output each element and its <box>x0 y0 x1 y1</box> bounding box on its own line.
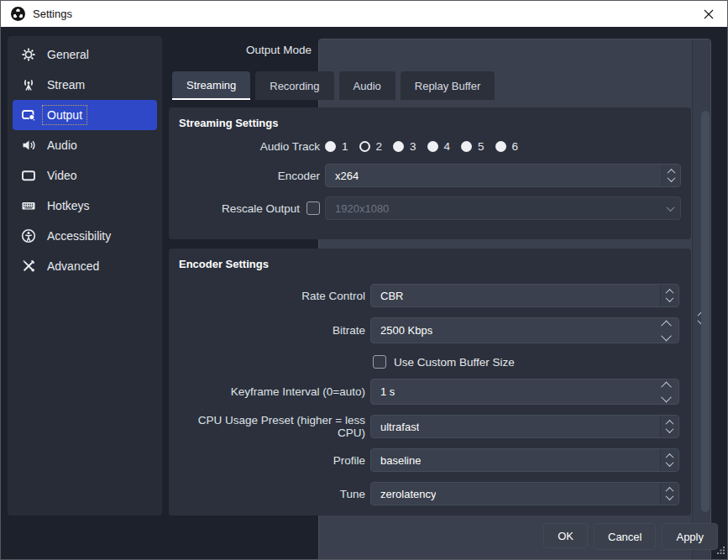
output-tabs: Streaming Recording Audio Replay Buffer <box>172 71 495 100</box>
encoder-value: x264 <box>326 170 359 182</box>
bitrate-label: Bitrate <box>169 324 370 337</box>
keyframe-interval-row: Keyframe Interval (0=auto) 1 s <box>169 379 679 405</box>
rescale-resolution-select: 1920x1080 <box>325 196 681 220</box>
keyframe-interval-spinbox[interactable]: 1 s <box>370 379 679 405</box>
tab-label: Recording <box>270 80 319 92</box>
dropdown-spinner-icon <box>660 285 678 306</box>
sidebar-item-output[interactable]: Output <box>13 100 157 130</box>
close-icon[interactable] <box>689 1 727 27</box>
cpu-preset-label: CPU Usage Preset (higher = less CPU) <box>169 414 370 439</box>
accessibility-icon <box>21 228 36 243</box>
dialog-buttons: OK Cancel Apply <box>543 523 718 550</box>
output-monitor-icon <box>21 107 36 123</box>
speaker-icon <box>21 138 36 153</box>
dropdown-spinner-icon <box>662 165 680 186</box>
chevron-down-icon <box>660 197 680 219</box>
titlebar: Settings <box>1 1 727 27</box>
keyboard-icon <box>21 198 36 213</box>
radio-label: 2 <box>376 140 383 153</box>
custom-buffer-row: Use Custom Buffer Size <box>373 355 515 369</box>
radio-label: 4 <box>444 140 451 153</box>
window-title: Settings <box>33 8 72 20</box>
rescale-output-row: Rescale Output 1920x1080 <box>169 196 681 220</box>
bitrate-spinbox[interactable]: 2500 Kbps <box>370 317 679 343</box>
radio-track-5[interactable] <box>461 141 472 152</box>
sidebar-item-label: Accessibility <box>44 228 114 244</box>
dropdown-spinner-icon <box>660 416 678 437</box>
cancel-button[interactable]: Cancel <box>594 523 656 550</box>
spinbox-arrows-icon <box>658 318 673 343</box>
rescale-resolution-value: 1920x1080 <box>326 202 389 215</box>
tab-label: Replay Buffer <box>415 80 481 92</box>
cpu-preset-row: CPU Usage Preset (higher = less CPU) ult… <box>169 415 679 438</box>
cpu-preset-select[interactable]: ultrafast <box>370 415 679 438</box>
radio-track-1[interactable] <box>325 141 336 152</box>
encoder-row: Encoder x264 <box>169 164 681 187</box>
tab-audio[interactable]: Audio <box>339 71 395 100</box>
sidebar-item-label: Advanced <box>44 258 102 275</box>
tune-label: Tune <box>169 488 370 500</box>
sidebar-item-stream[interactable]: Stream <box>13 70 157 100</box>
dropdown-spinner-icon <box>660 483 678 505</box>
radio-label: 1 <box>342 140 348 153</box>
audio-track-row: Audio Track 1 2 3 4 5 6 <box>169 136 681 156</box>
sidebar-item-accessibility[interactable]: Accessibility <box>13 221 157 251</box>
cpu-preset-value: ultrafast <box>371 421 419 433</box>
profile-row: Profile baseline <box>169 448 679 472</box>
audio-track-radios: 1 2 3 4 5 6 <box>325 140 681 153</box>
vertical-scrollbar[interactable] <box>701 111 710 512</box>
radio-track-3[interactable] <box>393 141 404 152</box>
settings-window: Settings General <box>0 0 728 560</box>
encoder-select[interactable]: x264 <box>325 164 681 187</box>
spinbox-arrows-icon <box>658 379 673 404</box>
tune-value: zerolatency <box>371 488 436 500</box>
sidebar-item-video[interactable]: Video <box>13 160 157 191</box>
tune-select[interactable]: zerolatency <box>370 482 679 505</box>
tools-icon <box>21 259 36 274</box>
rescale-output-label: Rescale Output <box>222 202 300 215</box>
rate-control-row: Rate Control CBR <box>169 284 679 307</box>
radio-track-6[interactable] <box>495 141 506 152</box>
radio-track-2[interactable] <box>359 141 370 152</box>
rescale-output-checkbox[interactable] <box>306 201 320 215</box>
rate-control-select[interactable]: CBR <box>370 284 679 307</box>
radio-label: 5 <box>478 140 484 153</box>
apply-button[interactable]: Apply <box>662 523 718 550</box>
audio-track-label: Audio Track <box>169 140 325 153</box>
tune-row: Tune zerolatency <box>169 482 679 505</box>
sidebar-item-label: Video <box>44 167 81 184</box>
rate-control-value: CBR <box>371 290 403 302</box>
dropdown-spinner-icon <box>660 449 678 471</box>
sidebar-item-label: Hotkeys <box>44 197 93 214</box>
encoder-label: Encoder <box>169 170 325 182</box>
custom-buffer-checkbox[interactable] <box>373 355 386 369</box>
sidebar-item-label: Output <box>44 107 86 123</box>
tab-streaming[interactable]: Streaming <box>172 71 250 100</box>
profile-select[interactable]: baseline <box>370 448 679 472</box>
sidebar-item-label: Audio <box>44 137 81 154</box>
resize-grip-icon[interactable] <box>717 544 725 557</box>
rate-control-label: Rate Control <box>169 290 370 302</box>
settings-sidebar: General Stream Output <box>8 36 162 516</box>
keyframe-interval-value: 1 s <box>371 385 395 398</box>
custom-buffer-label: Use Custom Buffer Size <box>394 356 515 369</box>
sidebar-item-advanced[interactable]: Advanced <box>13 251 157 281</box>
display-icon <box>21 168 36 183</box>
keyframe-interval-label: Keyframe Interval (0=auto) <box>169 385 370 398</box>
ok-button[interactable]: OK <box>543 523 588 548</box>
sidebar-item-label: Stream <box>44 76 88 93</box>
tab-replay-buffer[interactable]: Replay Buffer <box>401 71 495 100</box>
radio-track-4[interactable] <box>427 141 438 152</box>
tab-label: Streaming <box>186 79 236 92</box>
radio-label: 3 <box>410 140 416 153</box>
encoder-settings-panel: Encoder Settings Rate Control CBR Bitrat… <box>169 249 691 516</box>
sidebar-item-hotkeys[interactable]: Hotkeys <box>13 191 157 221</box>
panel-title: Encoder Settings <box>179 258 269 270</box>
streaming-settings-panel: Streaming Settings Audio Track 1 2 3 4 5… <box>169 107 691 239</box>
profile-value: baseline <box>371 454 421 467</box>
radio-label: 6 <box>512 140 519 153</box>
tab-recording[interactable]: Recording <box>255 71 333 100</box>
sidebar-item-audio[interactable]: Audio <box>13 130 157 160</box>
bitrate-row: Bitrate 2500 Kbps <box>169 317 679 343</box>
obs-logo-icon <box>11 7 25 21</box>
